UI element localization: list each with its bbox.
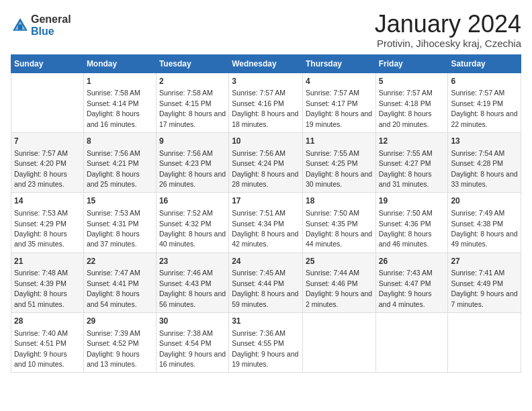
- daylight-info: Daylight: 8 hours and 51 minutes.: [14, 289, 67, 308]
- sunset-info: Sunset: 4:46 PM: [306, 279, 358, 287]
- calendar-cell: 11Sunrise: 7:55 AMSunset: 4:25 PMDayligh…: [302, 132, 375, 192]
- daylight-info: Daylight: 8 hours and 19 minutes.: [306, 109, 372, 128]
- day-number: 27: [451, 256, 518, 267]
- sunrise-info: Sunrise: 7:56 AM: [87, 149, 140, 157]
- day-number: 25: [306, 256, 373, 267]
- sunset-info: Sunset: 4:18 PM: [379, 99, 431, 107]
- sunrise-info: Sunrise: 7:43 AM: [379, 269, 433, 277]
- daylight-info: Daylight: 9 hours and 10 minutes.: [14, 350, 67, 368]
- logo-blue-text: Blue: [31, 26, 71, 38]
- calendar-cell: 13Sunrise: 7:54 AMSunset: 4:28 PMDayligh…: [448, 132, 521, 192]
- day-number: 4: [306, 76, 373, 87]
- col-tuesday: Tuesday: [156, 54, 228, 73]
- daylight-info: Daylight: 8 hours and 56 minutes.: [159, 289, 226, 308]
- sunrise-info: Sunrise: 7:53 AM: [14, 209, 68, 217]
- sunset-info: Sunset: 4:52 PM: [87, 339, 139, 347]
- calendar-cell: 3Sunrise: 7:57 AMSunset: 4:16 PMDaylight…: [229, 73, 303, 132]
- day-number: 18: [306, 195, 373, 207]
- calendar-cell: 17Sunrise: 7:51 AMSunset: 4:34 PMDayligh…: [229, 193, 303, 253]
- daylight-info: Daylight: 8 hours and 22 minutes.: [451, 109, 517, 128]
- sunset-info: Sunset: 4:54 PM: [159, 339, 212, 347]
- sunrise-info: Sunrise: 7:56 AM: [232, 149, 285, 157]
- daylight-info: Daylight: 8 hours and 25 minutes.: [87, 170, 140, 188]
- daylight-info: Daylight: 8 hours and 18 minutes.: [232, 109, 298, 128]
- sunrise-info: Sunrise: 7:55 AM: [306, 149, 359, 157]
- calendar-cell: 23Sunrise: 7:46 AMSunset: 4:43 PMDayligh…: [156, 253, 228, 312]
- calendar-cell: 9Sunrise: 7:56 AMSunset: 4:23 PMDaylight…: [156, 132, 228, 192]
- day-number: 24: [232, 256, 300, 267]
- sunrise-info: Sunrise: 7:49 AM: [451, 209, 504, 217]
- day-number: 2: [159, 76, 226, 87]
- logo: General Blue: [11, 13, 71, 37]
- col-wednesday: Wednesday: [229, 54, 303, 73]
- daylight-info: Daylight: 8 hours and 33 minutes.: [451, 170, 517, 188]
- day-number: 29: [87, 316, 153, 327]
- daylight-info: Daylight: 9 hours and 16 minutes.: [159, 350, 226, 368]
- sunset-info: Sunset: 4:19 PM: [451, 99, 503, 107]
- daylight-info: Daylight: 9 hours and 4 minutes.: [379, 289, 432, 308]
- daylight-info: Daylight: 8 hours and 23 minutes.: [14, 170, 67, 188]
- calendar-cell: 30Sunrise: 7:38 AMSunset: 4:54 PMDayligh…: [156, 313, 228, 373]
- daylight-info: Daylight: 8 hours and 37 minutes.: [87, 230, 140, 248]
- col-friday: Friday: [375, 54, 448, 73]
- sunset-info: Sunset: 4:51 PM: [14, 339, 66, 347]
- sunrise-info: Sunrise: 7:53 AM: [87, 209, 140, 217]
- daylight-info: Daylight: 8 hours and 49 minutes.: [451, 230, 517, 248]
- calendar-cell: 14Sunrise: 7:53 AMSunset: 4:29 PMDayligh…: [11, 193, 84, 253]
- page-container: General Blue January 2024 Protivin, Jiho…: [0, 0, 532, 378]
- sunrise-info: Sunrise: 7:38 AM: [159, 329, 213, 337]
- sunset-info: Sunset: 4:55 PM: [232, 339, 284, 347]
- logo-text: General Blue: [31, 13, 71, 37]
- calendar-cell: 5Sunrise: 7:57 AMSunset: 4:18 PMDaylight…: [375, 73, 448, 132]
- day-number: 31: [232, 316, 300, 327]
- daylight-info: Daylight: 9 hours and 19 minutes.: [232, 350, 298, 368]
- calendar-week-row: 28Sunrise: 7:40 AMSunset: 4:51 PMDayligh…: [11, 313, 521, 373]
- svg-rect-2: [18, 24, 22, 30]
- day-number: 21: [14, 256, 81, 267]
- calendar-cell: 29Sunrise: 7:39 AMSunset: 4:52 PMDayligh…: [83, 313, 156, 373]
- sunset-info: Sunset: 4:15 PM: [159, 99, 212, 107]
- calendar-cell: 12Sunrise: 7:55 AMSunset: 4:27 PMDayligh…: [375, 132, 448, 192]
- calendar-cell: 19Sunrise: 7:50 AMSunset: 4:36 PMDayligh…: [375, 193, 448, 253]
- calendar-cell: 15Sunrise: 7:53 AMSunset: 4:31 PMDayligh…: [83, 193, 156, 253]
- sunset-info: Sunset: 4:20 PM: [14, 159, 66, 167]
- sunrise-info: Sunrise: 7:46 AM: [159, 269, 213, 277]
- calendar-cell: 6Sunrise: 7:57 AMSunset: 4:19 PMDaylight…: [448, 73, 521, 132]
- calendar-cell: [11, 73, 84, 132]
- calendar-cell: 25Sunrise: 7:44 AMSunset: 4:46 PMDayligh…: [302, 253, 375, 312]
- logo-general-text: General: [31, 13, 71, 26]
- day-number: 9: [159, 136, 226, 147]
- sunset-info: Sunset: 4:21 PM: [87, 159, 139, 167]
- calendar-cell: 10Sunrise: 7:56 AMSunset: 4:24 PMDayligh…: [229, 132, 303, 192]
- calendar-week-row: 14Sunrise: 7:53 AMSunset: 4:29 PMDayligh…: [11, 193, 521, 253]
- calendar-cell: 8Sunrise: 7:56 AMSunset: 4:21 PMDaylight…: [83, 132, 156, 192]
- calendar-cell: [302, 313, 375, 373]
- sunrise-info: Sunrise: 7:52 AM: [159, 209, 213, 217]
- sunrise-info: Sunrise: 7:47 AM: [87, 269, 140, 277]
- calendar-header-row: Sunday Monday Tuesday Wednesday Thursday…: [11, 54, 521, 73]
- day-number: 20: [451, 195, 518, 207]
- sunset-info: Sunset: 4:38 PM: [451, 220, 503, 228]
- sunrise-info: Sunrise: 7:56 AM: [159, 149, 213, 157]
- col-saturday: Saturday: [448, 54, 521, 73]
- sunset-info: Sunset: 4:16 PM: [232, 99, 284, 107]
- calendar-cell: 26Sunrise: 7:43 AMSunset: 4:47 PMDayligh…: [375, 253, 448, 312]
- daylight-info: Daylight: 8 hours and 30 minutes.: [306, 170, 372, 188]
- daylight-info: Daylight: 8 hours and 54 minutes.: [87, 289, 140, 308]
- sunset-info: Sunset: 4:34 PM: [232, 220, 284, 228]
- daylight-info: Daylight: 8 hours and 31 minutes.: [379, 170, 432, 188]
- daylight-info: Daylight: 8 hours and 17 minutes.: [159, 109, 226, 128]
- calendar-cell: 16Sunrise: 7:52 AMSunset: 4:32 PMDayligh…: [156, 193, 228, 253]
- sunrise-info: Sunrise: 7:57 AM: [451, 89, 504, 97]
- sunset-info: Sunset: 4:23 PM: [159, 159, 212, 167]
- day-number: 14: [14, 195, 81, 207]
- sunrise-info: Sunrise: 7:58 AM: [159, 89, 213, 97]
- sunset-info: Sunset: 4:17 PM: [306, 99, 358, 107]
- sunrise-info: Sunrise: 7:40 AM: [14, 329, 68, 337]
- calendar-cell: 31Sunrise: 7:36 AMSunset: 4:55 PMDayligh…: [229, 313, 303, 373]
- sunrise-info: Sunrise: 7:58 AM: [87, 89, 140, 97]
- sunset-info: Sunset: 4:43 PM: [159, 279, 212, 287]
- sunset-info: Sunset: 4:28 PM: [451, 159, 503, 167]
- sunrise-info: Sunrise: 7:57 AM: [14, 149, 68, 157]
- daylight-info: Daylight: 8 hours and 28 minutes.: [232, 170, 298, 188]
